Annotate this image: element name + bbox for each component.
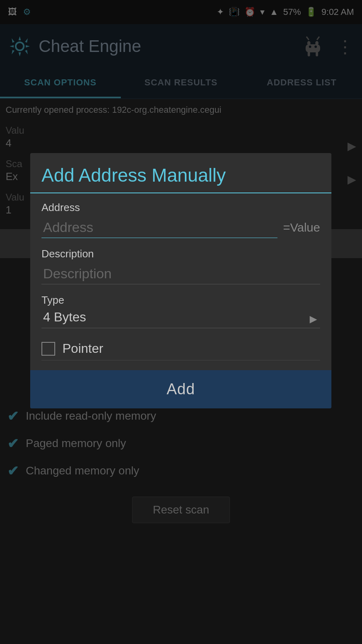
address-field-label: Address bbox=[41, 201, 320, 214]
type-selector[interactable]: 4 Bytes ▶ bbox=[41, 310, 320, 328]
address-input-row: =Value bbox=[41, 217, 320, 238]
type-value: 4 Bytes bbox=[41, 308, 102, 326]
type-field-group: Type 4 Bytes ▶ bbox=[41, 294, 320, 328]
pointer-label: Pointer bbox=[62, 341, 103, 356]
pointer-row[interactable]: Pointer bbox=[41, 337, 320, 360]
dialog-body: Address =Value Description Type 4 Bytes … bbox=[30, 193, 331, 370]
pointer-checkbox[interactable] bbox=[41, 342, 55, 356]
add-address-dialog: Add Address Manually Address =Value Desc… bbox=[30, 153, 331, 408]
address-input[interactable] bbox=[41, 217, 277, 238]
add-button[interactable]: Add bbox=[30, 370, 331, 408]
type-dropdown-arrow: ▶ bbox=[310, 313, 317, 325]
description-field-label: Description bbox=[41, 248, 320, 260]
value-button[interactable]: =Value bbox=[283, 221, 320, 234]
type-field-label: Type bbox=[41, 294, 320, 306]
address-field-group: Address =Value bbox=[41, 201, 320, 238]
dialog-title: Add Address Manually bbox=[41, 164, 320, 186]
description-field-group: Description bbox=[41, 248, 320, 294]
description-input[interactable] bbox=[41, 263, 320, 284]
dialog-header: Add Address Manually bbox=[30, 153, 331, 193]
